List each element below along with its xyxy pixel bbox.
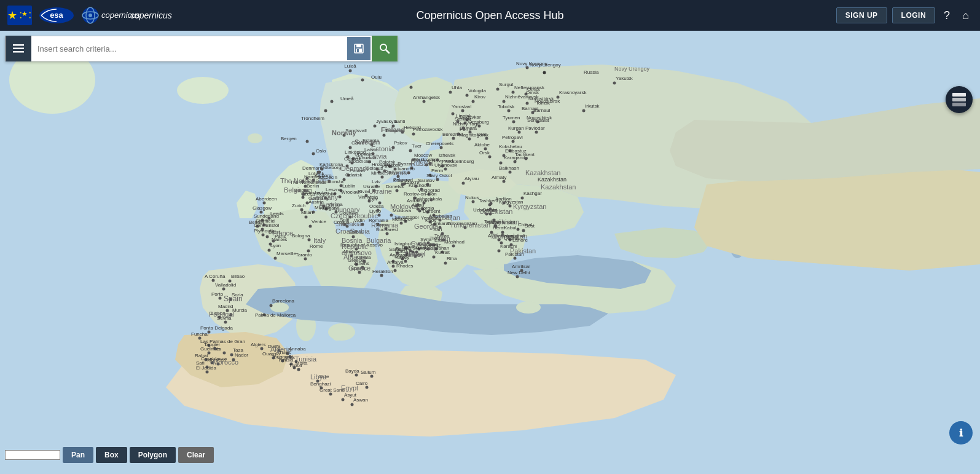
svg-text:Hrodna: Hrodna [372, 162, 388, 167]
home-button[interactable]: ⌂ [958, 7, 973, 25]
svg-point-32 [248, 133, 262, 143]
svg-text:Kyrgyzstan: Kyrgyzstan [513, 203, 546, 210]
svg-rect-14 [13, 48, 24, 50]
svg-text:Kashgar: Kashgar [523, 191, 542, 196]
svg-point-241 [409, 149, 412, 152]
svg-text:Lublin: Lublin [342, 183, 355, 189]
svg-point-29 [270, 302, 289, 312]
svg-text:Kyiv: Kyiv [369, 196, 378, 202]
svg-point-383 [433, 256, 436, 259]
clear-tool-button[interactable]: Clear [178, 447, 214, 463]
svg-point-508 [613, 82, 616, 85]
svg-point-571 [500, 162, 503, 165]
pan-tool-button[interactable]: Pan [63, 447, 93, 463]
svg-point-215 [392, 265, 395, 268]
svg-point-327 [525, 157, 528, 160]
svg-text:Kazakhstan: Kazakhstan [541, 183, 576, 191]
svg-text:Milan: Milan [301, 210, 313, 215]
svg-text:Surgut: Surgut [499, 82, 514, 87]
svg-point-345 [452, 245, 455, 248]
svg-point-451 [368, 160, 371, 164]
svg-text:Cherepovets: Cherepovets [426, 141, 453, 146]
svg-text:Finland: Finland [381, 126, 405, 133]
svg-point-313 [514, 160, 517, 164]
svg-point-583 [510, 243, 513, 247]
map[interactable]: Luleå Oulu Umeå Trondheim Bergen Oslo Su… [0, 31, 980, 474]
svg-point-39 [324, 109, 327, 113]
svg-point-403 [297, 368, 300, 371]
search-button[interactable] [372, 36, 398, 61]
svg-point-572 [503, 180, 506, 183]
svg-text:Italy: Italy [313, 237, 326, 244]
search-input[interactable] [31, 44, 346, 53]
svg-point-185 [386, 232, 389, 235]
svg-text:Leeds: Leeds [270, 211, 284, 216]
info-button[interactable]: ℹ [949, 421, 973, 444]
svg-text:Bologna: Bologna [292, 233, 310, 239]
svg-point-167 [304, 258, 307, 261]
svg-text:Slovakia: Slovakia [336, 220, 362, 227]
svg-point-413 [351, 403, 354, 406]
copernicus-logo: copernicus copernicus [81, 6, 172, 25]
svg-point-587 [500, 242, 503, 245]
svg-point-437 [206, 371, 209, 374]
svg-rect-17 [356, 44, 361, 47]
svg-point-492 [457, 120, 460, 124]
svg-point-415 [366, 386, 369, 389]
svg-text:Almaty: Almaty [492, 175, 506, 180]
save-search-button[interactable] [347, 37, 370, 60]
svg-text:Omsk: Omsk [526, 90, 539, 95]
svg-point-491 [543, 71, 546, 74]
polygon-tool-button[interactable]: Polygon [130, 447, 176, 463]
svg-text:Greece: Greece [348, 264, 370, 272]
svg-text:Kuwait: Kuwait [435, 250, 450, 255]
layer-control-button[interactable] [946, 86, 973, 113]
svg-text:Glasgow: Glasgow [253, 205, 272, 211]
svg-point-602 [490, 202, 493, 205]
svg-point-95 [222, 288, 225, 291]
svg-text:Magnitogorsk: Magnitogorsk [459, 132, 489, 138]
svg-text:Uhta: Uhta [452, 85, 462, 90]
svg-point-425 [223, 352, 226, 355]
header-actions: SIGN UP LOGIN ? ⌂ [836, 7, 973, 25]
svg-point-473 [452, 137, 455, 140]
svg-text:Tunisia: Tunisia [295, 355, 317, 363]
svg-point-53 [374, 125, 377, 128]
signup-button[interactable]: SIGN UP [836, 7, 887, 23]
svg-point-203 [380, 274, 383, 277]
svg-point-24 [177, 77, 229, 104]
svg-point-574 [472, 200, 475, 203]
svg-text:Hungary: Hungary [334, 206, 360, 213]
menu-button[interactable] [6, 36, 31, 61]
svg-text:Perm: Perm [460, 127, 471, 132]
svg-point-477 [462, 127, 465, 130]
svg-text:Semipalat: Semipalat [527, 117, 549, 123]
svg-point-47 [349, 146, 352, 149]
svg-text:Ponta Delgada: Ponta Delgada [200, 325, 233, 331]
svg-point-471 [440, 146, 443, 149]
svg-text:Bosnia: Bosnia [342, 237, 363, 244]
svg-text:Krasnoyarsk: Krasnoyarsk [559, 90, 587, 95]
help-button[interactable]: ? [940, 7, 954, 25]
svg-point-305 [512, 120, 515, 124]
map-container[interactable]: Luleå Oulu Umeå Trondheim Bergen Oslo Su… [0, 31, 980, 474]
header: ★ ★ ★ ★ ★ esa copernicus [0, 0, 980, 31]
svg-text:Oslo: Oslo [316, 148, 326, 154]
svg-text:Kazakhstan: Kazakhstan [541, 31, 570, 32]
svg-text:Spain: Spain [224, 294, 243, 303]
svg-text:Egypt: Egypt [341, 384, 358, 392]
svg-text:Petrozavodsk: Petrozavodsk [413, 127, 443, 132]
svg-text:Kabul: Kabul [504, 225, 517, 231]
svg-text:Libya: Libya [310, 373, 327, 381]
svg-point-259 [420, 188, 423, 191]
box-tool-button[interactable]: Box [96, 447, 127, 463]
svg-text:Orsk: Orsk [479, 150, 490, 156]
svg-text:Irkutsk: Irkutsk [585, 103, 600, 109]
svg-point-55 [383, 134, 386, 137]
svg-point-496 [412, 133, 415, 136]
login-button[interactable]: LOGIN [892, 7, 936, 23]
svg-rect-611 [952, 103, 966, 106]
svg-text:Novy Urengoy: Novy Urengoy [614, 66, 650, 72]
eu-logo: ★ ★ ★ ★ ★ [7, 6, 32, 25]
svg-text:Odesa: Odesa [369, 203, 384, 209]
